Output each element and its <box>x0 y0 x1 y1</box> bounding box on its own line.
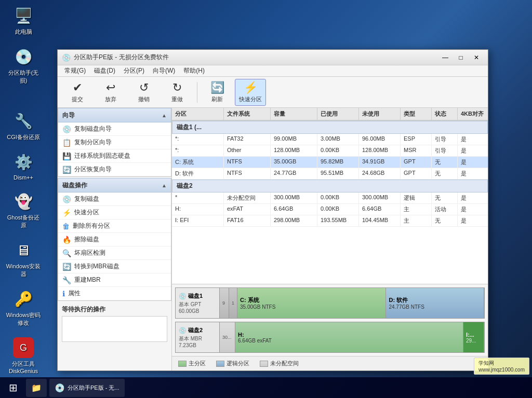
desktop-icon-dism[interactable]: ⚙️ Dism++ <box>5 152 42 181</box>
table-row[interactable]: H: exFAT 6.64GB 0.00KB 6.64GB 主 活动 是 <box>172 204 488 215</box>
sidebar-wizard-header[interactable]: 向导 ▲ <box>58 108 171 122</box>
desktop-icon-this-pc[interactable]: 🖥️ 此电脑 <box>5 5 42 36</box>
col-status: 状态 <box>432 108 458 120</box>
disk1-d-part[interactable]: D: 软件 24.77GB NTFS <box>386 288 484 318</box>
sidebar-item-quick-partition[interactable]: ⚡ 快速分区 <box>58 206 171 219</box>
win-installer-label: Windows安装器 <box>5 263 42 278</box>
sidebar-item-check-bad[interactable]: 🔍 坏扇区检测 <box>58 246 171 260</box>
row-d1-3-status: 无 <box>432 168 458 179</box>
ghost-icon: 👻 <box>13 191 34 212</box>
row-d2-0-capacity: 300.00MB <box>271 193 317 203</box>
menu-partition[interactable]: 分区(P) <box>119 65 149 76</box>
row-d1-2-fs: NTFS <box>224 157 271 168</box>
row-d2-0-free: 300.00MB <box>359 193 401 203</box>
start-button[interactable]: ⊞ <box>3 379 23 397</box>
to-mbr-icon: 🔄 <box>62 263 71 271</box>
disk2-vis-name: 磁盘2 <box>188 326 203 334</box>
sidebar-item-copy-partition[interactable]: 📋 复制分区向导 <box>58 136 171 149</box>
undo-button[interactable]: ↺ 撤销 <box>128 79 159 106</box>
refresh-icon: 🔄 <box>210 81 224 94</box>
minimize-button[interactable]: — <box>438 52 453 63</box>
disk2-info: 💿 磁盘2 基本 MBR 7.23GB <box>176 322 220 352</box>
copy-disk-label: 复制磁盘向导 <box>74 125 112 133</box>
desktop: 🖥️ 此电脑 💿 分区助手(无损) 🔧 CGI备份还原 ⚙️ Dism++ 👻 … <box>0 0 532 398</box>
restore-icon: 🔄 <box>62 166 71 174</box>
row-d1-1-partition: *: <box>172 145 224 156</box>
window-title: 分区助手PE版 - 无损分区免费软件 <box>74 53 438 62</box>
copy-disk-icon: 💿 <box>62 125 71 133</box>
row-d1-1-fs: Other <box>224 145 271 156</box>
explorer-taskbar-btn[interactable]: 📁 <box>26 379 47 397</box>
desktop-icon-diskgenius[interactable]: G 分区工具DiskGenius <box>5 337 42 374</box>
win-pwd-icon: 🔑 <box>13 289 34 309</box>
disk2-label-row: 磁盘2 <box>172 180 488 193</box>
ghost-label: Ghost备份还原 <box>5 214 42 229</box>
esp-label: 9 <box>222 300 225 306</box>
table-row[interactable]: * 未分配空间 300.00MB 0.00KB 300.00MB 逻辑 无 是 <box>172 193 488 204</box>
discard-button[interactable]: ↩ 放弃 <box>95 79 126 106</box>
menu-help[interactable]: 帮助(H) <box>179 65 209 76</box>
legend-logical: 逻辑分区 <box>216 360 249 367</box>
desktop-icon-win-installer[interactable]: 🖥 Windows安装器 <box>5 240 42 278</box>
submit-icon: ✔ <box>73 81 82 94</box>
table-row[interactable]: *: Other 128.00MB 0.00KB 128.00MB MSR 引导… <box>172 145 488 157</box>
row-d2-0-status: 无 <box>432 193 458 203</box>
app-taskbar-label: 分区助手PE版 - 无... <box>68 384 119 392</box>
table-row[interactable]: D: 软件 NTFS 24.77GB 95.51MB 24.68GB GPT 无… <box>172 168 488 180</box>
msr-label: 1 <box>232 300 234 306</box>
disk1-c-part[interactable]: C: 系统 35.00GB NTFS <box>237 288 386 318</box>
redo-button[interactable]: ↻ 重做 <box>162 79 193 106</box>
sidebar-item-restore-partition[interactable]: 🔄 分区恢复向导 <box>58 163 171 176</box>
maximize-button[interactable]: □ <box>454 52 468 63</box>
desktop-icon-ghost[interactable]: 👻 Ghost备份还原 <box>5 191 42 229</box>
refresh-button[interactable]: 🔄 刷新 <box>202 79 233 106</box>
undo-icon: ↺ <box>139 81 149 94</box>
desktop-icon-cgi-backup[interactable]: 🔧 CGI备份还原 <box>5 111 42 141</box>
row-d1-1-4k: 是 <box>458 145 488 156</box>
legend-unalloc: 未分配空间 <box>260 360 299 367</box>
disk2-label: 磁盘2 <box>177 182 193 189</box>
row-d1-2-capacity: 35.00GB <box>271 157 317 168</box>
c-part-label: C: 系统 <box>240 296 259 304</box>
table-row[interactable]: *: FAT32 99.00MB 3.00MB 96.00MB ESP 引导 是 <box>172 134 488 145</box>
disk2-unalloc-part[interactable]: 30... <box>220 322 235 352</box>
rebuild-mbr-icon: 🔧 <box>62 276 71 284</box>
delete-all-icon: 🗑 <box>62 222 70 230</box>
disk1-label-row: 磁盘1 (... <box>172 121 488 134</box>
app-taskbar-btn[interactable]: 💿 分区助手PE版 - 无... <box>49 379 125 397</box>
table-row[interactable]: I: EFI FAT16 298.00MB 193.55MB 104.45MB … <box>172 215 488 227</box>
sidebar-item-properties[interactable]: ℹ 属性 <box>58 287 171 300</box>
row-d2-2-free: 104.45MB <box>359 215 401 226</box>
sidebar-item-rebuild-mbr[interactable]: 🔧 重建MBR <box>58 273 171 287</box>
menu-wizard[interactable]: 向导(W) <box>149 65 179 76</box>
sidebar-diskops-header[interactable]: 磁盘操作 ▲ <box>58 178 171 193</box>
desktop-icon-win-pwd[interactable]: 🔑 Windows密码修改 <box>5 289 42 327</box>
row-d1-2-partition: C: 系统 <box>172 157 224 168</box>
redo-icon: ↻ <box>172 81 182 94</box>
disk1-msr-part[interactable]: 1 <box>229 288 237 318</box>
wizard-collapse-icon: ▲ <box>162 113 167 118</box>
copy-disk2-icon: 💿 <box>62 195 71 203</box>
disk2-h-part[interactable]: H: 6.64GB exFAT <box>235 322 463 352</box>
disk2-i-part[interactable]: I:... 29... <box>463 322 484 352</box>
sidebar-item-erase-disk[interactable]: 🔥 擦除磁盘 <box>58 233 171 246</box>
desktop-icon-partition-assistant[interactable]: 💿 分区助手(无损) <box>5 46 42 85</box>
check-bad-label: 坏扇区检测 <box>74 249 105 257</box>
menu-disk[interactable]: 磁盘(D) <box>90 65 119 76</box>
row-d2-2-used: 193.55MB <box>317 215 359 226</box>
table-row[interactable]: C: 系统 NTFS 35.00GB 95.82MB 34.91GB GPT 无… <box>172 157 488 168</box>
properties-label: 属性 <box>68 289 81 298</box>
sidebar-item-copy-disk2[interactable]: 💿 复制磁盘 <box>58 193 171 206</box>
sidebar-item-copy-disk[interactable]: 💿 复制磁盘向导 <box>58 122 171 136</box>
submit-button[interactable]: ✔ 提交 <box>62 79 93 106</box>
sidebar-item-migrate-ssd[interactable]: 💾 迁移系统到固态硬盘 <box>58 149 171 163</box>
disk1-esp-part[interactable]: 9 <box>220 288 229 318</box>
close-button[interactable]: ✕ <box>469 52 484 63</box>
sidebar-wizard-section: 向导 ▲ 💿 复制磁盘向导 📋 复制分区向导 💾 <box>58 108 171 177</box>
sidebar-item-delete-all[interactable]: 🗑 删除所有分区 <box>58 219 171 233</box>
sidebar-diskops-section: 磁盘操作 ▲ 💿 复制磁盘 ⚡ 快速分区 🗑 <box>58 178 171 301</box>
quick-partition-button[interactable]: ⚡ 快速分区 <box>235 79 266 106</box>
sidebar-item-to-mbr[interactable]: 🔄 转换到MBR磁盘 <box>58 260 171 273</box>
c-part-size: 35.00GB NTFS <box>240 304 275 310</box>
menu-general[interactable]: 常规(G) <box>60 65 90 76</box>
